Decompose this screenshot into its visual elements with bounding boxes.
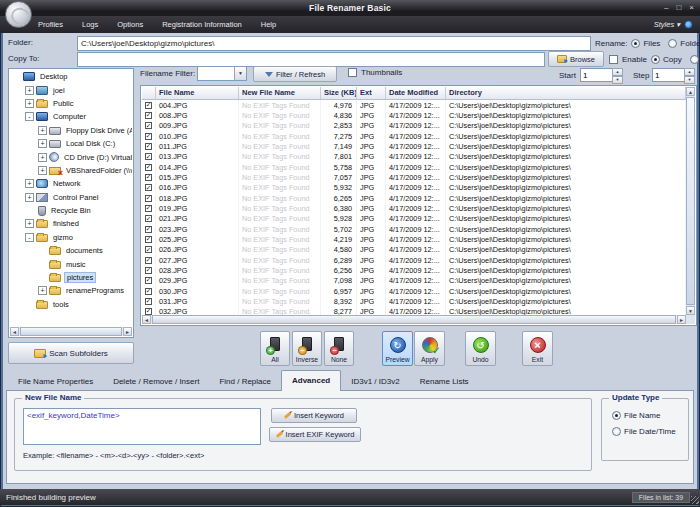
expand-icon[interactable]: + bbox=[38, 153, 47, 162]
filter-refresh-button[interactable]: Filter / Refresh bbox=[253, 66, 337, 82]
row-checkbox[interactable]: ✓ bbox=[145, 246, 152, 253]
insert-keyword-button[interactable]: Insert Keyword bbox=[271, 408, 357, 423]
table-row[interactable]: ✓013.JPGNo EXIF Tags Found7,801JPG4/17/2… bbox=[142, 152, 686, 162]
table-row[interactable]: ✓004.JPGNo EXIF Tags Found4,976JPG4/17/2… bbox=[142, 100, 686, 110]
tab-id3v1-id3v2[interactable]: ID3v1 / ID3v2 bbox=[341, 373, 409, 391]
step-stepper[interactable]: ▲▼ bbox=[652, 68, 695, 82]
table-row[interactable]: ✓021.JPGNo EXIF Tags Found5,928JPG4/17/2… bbox=[142, 214, 686, 224]
table-row[interactable]: ✓016.JPGNo EXIF Tags Found5,932JPG4/17/2… bbox=[142, 183, 686, 193]
row-checkbox[interactable]: ✓ bbox=[145, 267, 152, 274]
table-row[interactable]: ✓011.JPGNo EXIF Tags Found7,149JPG4/17/2… bbox=[142, 141, 686, 151]
preview-button[interactable]: ↻Preview bbox=[382, 331, 413, 366]
minimize-button[interactable]: – bbox=[664, 2, 668, 13]
tree-horizontal-scrollbar[interactable]: ◄ ► bbox=[10, 327, 132, 336]
row-checkbox[interactable]: ✓ bbox=[145, 308, 152, 315]
table-row[interactable]: ✓008.JPGNo EXIF Tags Found4,836JPG4/17/2… bbox=[142, 110, 686, 120]
row-checkbox[interactable]: ✓ bbox=[145, 174, 152, 181]
table-row[interactable]: ✓010.JPGNo EXIF Tags Found7,275JPG4/17/2… bbox=[142, 131, 686, 141]
table-row[interactable]: ✓032.JPGNo EXIF Tags Found8,277JPG4/17/2… bbox=[142, 307, 686, 315]
column-header-date-modified[interactable]: Date Modified bbox=[386, 87, 446, 99]
tree-item-joel[interactable]: +joel bbox=[10, 83, 132, 96]
expand-icon[interactable]: + bbox=[25, 179, 34, 188]
column-header-file-name[interactable]: File Name bbox=[156, 87, 239, 99]
radio-move[interactable]: Move bbox=[690, 55, 700, 64]
enable-checkbox[interactable] bbox=[609, 55, 618, 64]
tree-item-tools[interactable]: tools bbox=[10, 298, 132, 311]
table-row[interactable]: ✓019.JPGNo EXIF Tags Found6,380JPG4/17/2… bbox=[142, 203, 686, 213]
tab-rename-lists[interactable]: Rename Lists bbox=[410, 373, 479, 391]
tree-item-public[interactable]: +Public bbox=[10, 97, 132, 110]
tree-scroll-thumb[interactable] bbox=[20, 327, 122, 336]
tree-item-recycle-bin[interactable]: Recycle Bin bbox=[10, 204, 132, 217]
globe-icon[interactable] bbox=[684, 20, 693, 29]
dropdown-arrow-icon[interactable]: ▼ bbox=[234, 67, 246, 80]
expand-icon[interactable]: + bbox=[25, 219, 34, 228]
radio-copy[interactable]: Copy bbox=[651, 55, 682, 64]
new-file-name-pattern-input[interactable]: <exif_keyword,DateTime> bbox=[23, 408, 261, 445]
tree-item-vbsharedfolder-vboxsvr-z[interactable]: +VBSharedFolder (\\vboxsvr) (Z bbox=[10, 164, 132, 177]
row-checkbox[interactable]: ✓ bbox=[145, 288, 152, 295]
tree-item-cd-drive-d-virtualbox-guest[interactable]: +CD Drive (D:) VirtualBox Guest bbox=[10, 150, 132, 163]
start-input[interactable] bbox=[580, 68, 612, 82]
table-row[interactable]: ✓023.JPGNo EXIF Tags Found5,702JPG4/17/2… bbox=[142, 224, 686, 234]
vscroll-thumb[interactable] bbox=[686, 97, 695, 305]
file-list-horizontal-scrollbar[interactable]: ◄ ► bbox=[142, 315, 686, 324]
tree-item-local-disk-c[interactable]: +Local Disk (C:) bbox=[10, 137, 132, 150]
insert-exif-keyword-button[interactable]: Insert EXIF Keyword bbox=[269, 427, 361, 442]
file-list-vertical-scrollbar[interactable]: ▲ ▼ bbox=[686, 87, 695, 315]
scan-subfolders-button[interactable]: Scan Subfolders bbox=[8, 342, 134, 364]
row-checkbox[interactable]: ✓ bbox=[145, 184, 152, 191]
table-row[interactable]: ✓026.JPGNo EXIF Tags Found4,580JPG4/17/2… bbox=[142, 245, 686, 255]
row-checkbox[interactable]: ✓ bbox=[145, 236, 152, 243]
table-row[interactable]: ✓015.JPGNo EXIF Tags Found7,057JPG4/17/2… bbox=[142, 172, 686, 182]
resize-grip[interactable] bbox=[691, 496, 699, 504]
tree-item-control-panel[interactable]: +Control Panel bbox=[10, 191, 132, 204]
row-checkbox[interactable]: ✓ bbox=[145, 215, 152, 222]
menu-item-help[interactable]: Help bbox=[261, 20, 276, 29]
close-button[interactable]: × bbox=[689, 2, 694, 13]
table-row[interactable]: ✓025.JPGNo EXIF Tags Found4,219JPG4/17/2… bbox=[142, 234, 686, 244]
scroll-down-icon[interactable]: ▼ bbox=[686, 306, 695, 315]
radio-files[interactable]: Files bbox=[631, 39, 660, 48]
tree-item-renameprograms[interactable]: +renamePrograms bbox=[10, 284, 132, 297]
table-row[interactable]: ✓014.JPGNo EXIF Tags Found5,758JPG4/17/2… bbox=[142, 162, 686, 172]
folder-input[interactable] bbox=[77, 36, 591, 51]
column-header-ext[interactable]: Ext bbox=[357, 87, 386, 99]
maximize-button[interactable]: □ bbox=[676, 2, 681, 13]
row-checkbox[interactable]: ✓ bbox=[145, 102, 152, 109]
tree-item-network[interactable]: +Network bbox=[10, 177, 132, 190]
radio-folders[interactable]: Folders bbox=[668, 39, 700, 48]
expand-icon[interactable]: + bbox=[25, 193, 34, 202]
start-up-arrow[interactable]: ▲ bbox=[612, 68, 623, 76]
tree-item-finished[interactable]: +finished bbox=[10, 217, 132, 230]
column-header-size-kb[interactable]: Size (KB) bbox=[321, 87, 357, 99]
tab-delete-remove-insert[interactable]: Delete / Remove / Insert bbox=[103, 373, 209, 391]
row-checkbox[interactable]: ✓ bbox=[145, 112, 152, 119]
expand-icon[interactable]: + bbox=[38, 139, 47, 148]
expand-icon[interactable]: + bbox=[38, 126, 47, 135]
collapse-icon[interactable]: - bbox=[25, 233, 34, 242]
copy-to-input[interactable] bbox=[77, 52, 545, 67]
radio-file-date-time[interactable]: File Date/Time bbox=[612, 427, 676, 436]
tree-item-documents[interactable]: documents bbox=[10, 244, 132, 257]
styles-menu[interactable]: Styles ▾ bbox=[654, 20, 680, 29]
scroll-right-icon[interactable]: ► bbox=[677, 315, 686, 324]
thumbnails-checkbox[interactable] bbox=[348, 68, 357, 77]
step-up-arrow[interactable]: ▲ bbox=[684, 68, 695, 76]
row-checkbox[interactable]: ✓ bbox=[145, 195, 152, 202]
select-all-header[interactable] bbox=[142, 87, 156, 99]
tab-file-name-properties[interactable]: File Name Properties bbox=[8, 373, 103, 391]
exit-button[interactable]: ×Exit bbox=[522, 331, 553, 366]
step-input[interactable] bbox=[652, 68, 684, 82]
start-down-arrow[interactable]: ▼ bbox=[612, 76, 623, 84]
table-row[interactable]: ✓018.JPGNo EXIF Tags Found6,265JPG4/17/2… bbox=[142, 193, 686, 203]
menu-item-options[interactable]: Options bbox=[117, 20, 143, 29]
tab-find-replace[interactable]: Find / Replace bbox=[209, 373, 281, 391]
tree-item-music[interactable]: music bbox=[10, 257, 132, 270]
table-row[interactable]: ✓027.JPGNo EXIF Tags Found6,289JPG4/17/2… bbox=[142, 255, 686, 265]
tab-advanced[interactable]: Advanced bbox=[281, 370, 341, 391]
apply-button[interactable]: ✓Apply bbox=[414, 331, 445, 366]
expand-icon[interactable]: + bbox=[38, 166, 47, 175]
expand-icon[interactable]: + bbox=[25, 99, 34, 108]
expand-icon[interactable]: + bbox=[38, 286, 47, 295]
